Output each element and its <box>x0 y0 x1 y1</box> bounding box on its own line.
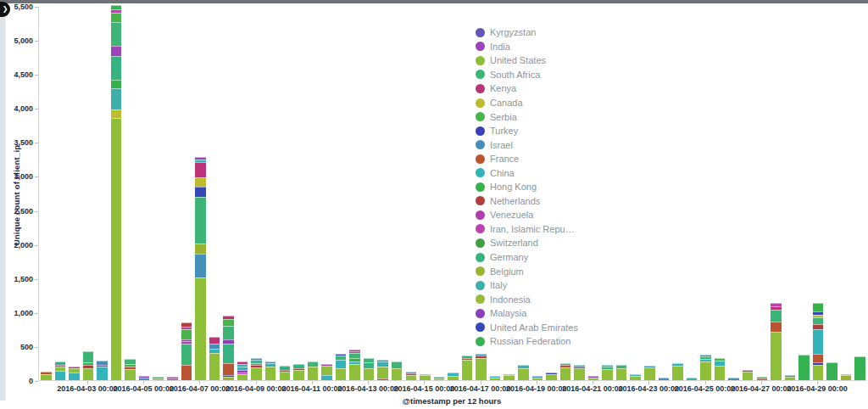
bar-segment[interactable] <box>826 362 837 380</box>
bar-segment[interactable] <box>55 371 66 380</box>
bar-segment[interactable] <box>687 378 698 380</box>
legend-item[interactable]: Kenya <box>476 81 578 96</box>
bar-stack[interactable] <box>854 356 865 380</box>
bar-segment[interactable] <box>69 373 80 380</box>
bar-segment[interactable] <box>223 319 234 326</box>
bar-stack[interactable] <box>785 375 796 380</box>
bar-stack[interactable] <box>209 337 220 380</box>
bar-segment[interactable] <box>616 368 627 380</box>
bar-stack[interactable] <box>448 373 459 380</box>
bar-segment[interactable] <box>743 372 754 380</box>
collapsed-sidebar-strip[interactable] <box>0 3 6 401</box>
bar-segment[interactable] <box>195 197 206 244</box>
bar-segment[interactable] <box>111 118 122 380</box>
bar-segment[interactable] <box>813 365 824 380</box>
bar-stack[interactable] <box>308 361 319 380</box>
legend-item[interactable]: South Africa <box>476 68 578 82</box>
bar-stack[interactable] <box>434 377 445 380</box>
bar-segment[interactable] <box>672 366 683 380</box>
bar-stack[interactable] <box>336 354 347 380</box>
bar-segment[interactable] <box>195 187 206 196</box>
bar-stack[interactable] <box>349 350 360 380</box>
bar-segment[interactable] <box>841 375 852 380</box>
bar-stack[interactable] <box>715 358 726 380</box>
bar-segment[interactable] <box>854 356 865 380</box>
bar-stack[interactable] <box>125 359 136 380</box>
bar-stack[interactable] <box>321 364 332 380</box>
bar-segment[interactable] <box>377 367 388 378</box>
bar-segment[interactable] <box>476 358 487 380</box>
bar-stack[interactable] <box>181 322 192 380</box>
bar-segment[interactable] <box>771 332 782 380</box>
bar-segment[interactable] <box>181 365 192 380</box>
bar-segment[interactable] <box>434 378 445 380</box>
bar-segment[interactable] <box>574 368 585 380</box>
bar-segment[interactable] <box>195 244 206 254</box>
bar-segment[interactable] <box>462 360 473 380</box>
legend-item[interactable]: United States <box>476 53 578 68</box>
bar-stack[interactable] <box>602 365 613 380</box>
bar-stack[interactable] <box>798 355 810 380</box>
bar-stack[interactable] <box>69 367 80 380</box>
bar-stack[interactable] <box>265 361 276 380</box>
bar-segment[interactable] <box>560 367 571 380</box>
bar-segment[interactable] <box>336 360 347 368</box>
bar-stack[interactable] <box>97 361 108 380</box>
bar-stack[interactable] <box>532 376 543 380</box>
bar-stack[interactable] <box>392 361 403 380</box>
bar-segment[interactable] <box>377 378 388 380</box>
bar-stack[interactable] <box>616 365 627 380</box>
bar-stack[interactable] <box>280 366 291 380</box>
legend-item[interactable]: India <box>476 40 578 54</box>
legend-item[interactable]: Serbia <box>476 109 578 124</box>
bar-stack[interactable] <box>630 374 641 380</box>
bar-segment[interactable] <box>251 367 262 380</box>
bar-stack[interactable] <box>195 157 206 380</box>
legend-item[interactable]: Iran, Islamic Repu… <box>476 222 578 237</box>
bar-stack[interactable] <box>139 376 150 380</box>
bar-segment[interactable] <box>771 310 782 322</box>
bar-segment[interactable] <box>223 344 234 363</box>
legend-item[interactable]: Indonesia <box>476 292 578 306</box>
bar-segment[interactable] <box>336 368 347 380</box>
legend-item[interactable]: Venezuela <box>476 208 578 222</box>
bar-segment[interactable] <box>195 254 206 277</box>
bar-stack[interactable] <box>574 365 585 380</box>
bar-segment[interactable] <box>757 378 768 380</box>
bar-stack[interactable] <box>237 361 248 380</box>
bar-stack[interactable] <box>293 364 304 380</box>
bar-segment[interactable] <box>392 361 403 368</box>
legend-item[interactable]: Canada <box>476 96 578 110</box>
bar-segment[interactable] <box>321 366 332 374</box>
bar-segment[interactable] <box>167 378 178 380</box>
bar-segment[interactable] <box>364 368 375 380</box>
bar-segment[interactable] <box>321 375 332 380</box>
bar-segment[interactable] <box>97 367 108 380</box>
bar-segment[interactable] <box>265 367 276 380</box>
bar-segment[interactable] <box>630 376 641 380</box>
bar-stack[interactable] <box>518 365 529 380</box>
legend-item[interactable]: Germany <box>476 250 578 265</box>
bar-segment[interactable] <box>771 322 782 332</box>
bar-segment[interactable] <box>195 162 206 177</box>
bar-segment[interactable] <box>111 88 122 109</box>
bar-segment[interactable] <box>588 378 599 380</box>
bar-stack[interactable] <box>55 361 66 380</box>
bar-stack[interactable] <box>111 5 122 380</box>
bar-segment[interactable] <box>659 378 670 380</box>
bar-segment[interactable] <box>532 378 543 380</box>
bar-segment[interactable] <box>728 378 739 380</box>
bar-segment[interactable] <box>406 375 417 380</box>
bar-segment[interactable] <box>602 369 613 380</box>
bar-stack[interactable] <box>41 372 52 380</box>
bar-segment[interactable] <box>700 361 711 380</box>
bar-stack[interactable] <box>462 356 473 380</box>
bar-stack[interactable] <box>743 370 754 380</box>
bar-stack[interactable] <box>728 378 739 380</box>
bar-segment[interactable] <box>293 370 304 380</box>
legend-item[interactable]: Hong Kong <box>476 180 578 194</box>
bar-segment[interactable] <box>195 177 206 187</box>
legend-item[interactable]: Switzerland <box>476 236 578 250</box>
bar-stack[interactable] <box>588 376 599 380</box>
legend-item[interactable]: Italy <box>476 278 578 293</box>
